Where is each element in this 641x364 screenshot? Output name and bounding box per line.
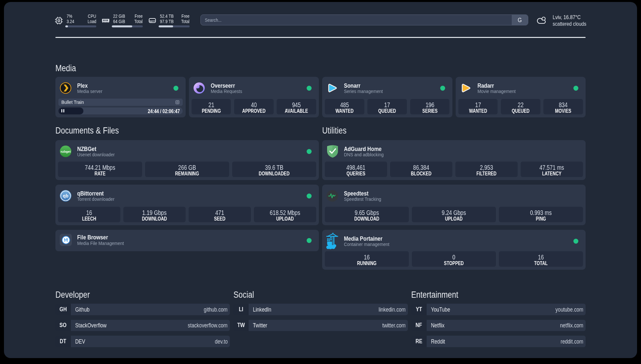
svg-text:qb: qb [63,193,68,198]
svg-text:nzbget: nzbget [61,150,71,153]
